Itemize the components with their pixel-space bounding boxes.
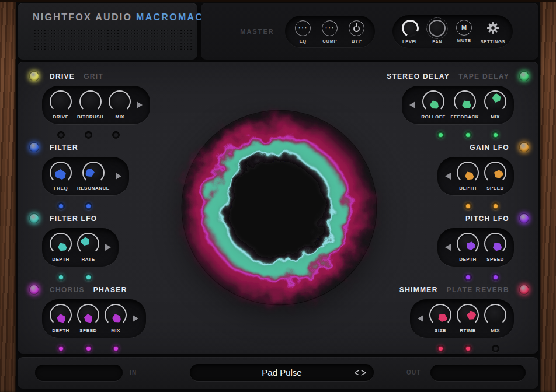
tab-drive[interactable]: DRIVE	[50, 72, 75, 80]
filter-freq-knob[interactable]	[50, 162, 72, 184]
stereo-delay-feedback-knob[interactable]	[454, 90, 476, 113]
shimmer-rtime-label: RTIME	[460, 328, 475, 333]
chorus-phaser-power-led[interactable]	[29, 285, 39, 295]
chorus-phaser-mix-knob[interactable]	[105, 304, 127, 326]
gear-icon	[484, 20, 501, 37]
filter-indicator-row	[57, 202, 92, 210]
knob-pointer-icon	[73, 229, 104, 260]
drive-bitcrush-label: BITCRUSH	[77, 114, 103, 120]
level-label: LEVEL	[402, 39, 418, 44]
wood-panel-right	[540, 0, 556, 392]
wood-panel-left	[0, 0, 16, 392]
knob-pointer-icon	[76, 303, 101, 328]
chorus-phaser-expand-icon[interactable]	[133, 315, 138, 322]
mute-button[interactable]: MMUTE	[454, 20, 475, 43]
section-shimmer: SHIMMERPLATE REVERBSIZERTIMEMIX	[382, 279, 529, 350]
preset-next-icon[interactable]: >	[361, 367, 366, 377]
pan-knob[interactable]: PAN	[427, 20, 448, 44]
filter-lfo-expand-icon[interactable]	[105, 244, 111, 251]
eq-button[interactable]: ···EQ	[293, 20, 314, 44]
chorus-phaser-speed-knob[interactable]	[77, 304, 99, 326]
gain-lfo-depth-knob[interactable]	[457, 162, 479, 184]
shimmer-mix-label: MIX	[491, 328, 500, 333]
drive-mix-knob[interactable]	[109, 90, 131, 113]
master-label: MASTER	[240, 28, 274, 35]
byp-button[interactable]: BYP	[346, 20, 367, 44]
pitch-lfo-speed-knob[interactable]	[484, 233, 506, 255]
shimmer-expand-icon[interactable]	[418, 315, 423, 322]
stereo-delay-knob-group: ROLLOFFFEEDBACKMIX	[402, 86, 514, 124]
tab-shimmer[interactable]: SHIMMER	[399, 286, 438, 294]
pitch-lfo-depth-knob[interactable]	[457, 233, 479, 255]
settings-label: SETTINGS	[481, 39, 505, 44]
shimmer-rtime-knob[interactable]	[457, 304, 479, 326]
tab-phaser[interactable]: PHASER	[93, 286, 127, 294]
drive-indicator-row	[57, 131, 120, 139]
chorus-phaser-depth-knob[interactable]	[50, 304, 72, 326]
comp-label: COMP	[322, 38, 337, 44]
knob-pointer-icon	[453, 229, 483, 259]
knob-pointer-icon	[479, 228, 510, 259]
speaker-grille	[33, 29, 193, 50]
knob-ring-icon	[109, 90, 131, 113]
preset-prev-icon[interactable]: <	[354, 367, 359, 377]
tab-plate-reverb[interactable]: PLATE REVERB	[447, 286, 509, 294]
stereo-delay-expand-icon[interactable]	[409, 102, 415, 108]
pitch-lfo-depth-label: DEPTH	[459, 257, 477, 262]
stereo-delay-rolloff-knob[interactable]	[422, 90, 444, 113]
gain-lfo-indicator-row	[464, 202, 499, 210]
filter-freq-label: FREQ	[54, 186, 68, 191]
visualizer-ring	[182, 111, 376, 304]
gain-lfo-expand-icon[interactable]	[445, 173, 451, 180]
filter-power-led[interactable]	[29, 142, 39, 152]
filter-lfo-depth-knob[interactable]	[50, 233, 72, 255]
comp-button[interactable]: ···COMP	[319, 20, 340, 44]
filter-lfo-rate-knob[interactable]	[77, 233, 99, 255]
pitch-lfo-expand-icon[interactable]	[445, 244, 451, 251]
settings-button[interactable]: SETTINGS	[481, 20, 505, 44]
drive-indicator-3	[112, 131, 120, 139]
dots-icon: ···	[325, 26, 335, 29]
knob-pointer-icon	[50, 162, 72, 184]
eq-label: EQ	[300, 38, 307, 44]
tab-grit[interactable]: GRIT	[84, 72, 103, 80]
gain-lfo-indicator-1	[464, 202, 472, 210]
filter-expand-icon[interactable]	[116, 173, 121, 180]
drive-power-led[interactable]	[29, 71, 39, 81]
gain-lfo-power-led[interactable]	[519, 142, 529, 152]
gain-lfo-title-row: GAIN LFO	[470, 142, 529, 152]
knob-pointer-icon	[419, 88, 448, 116]
shimmer-indicator-1	[437, 345, 444, 352]
tab-filter-lfo[interactable]: FILTER LFO	[50, 215, 97, 223]
gain-lfo-speed-knob[interactable]	[484, 162, 506, 184]
dots-icon: ···	[295, 20, 311, 36]
drive-bitcrush-knob[interactable]	[79, 90, 102, 113]
section-filter: FILTERFREQRESONANCE	[29, 136, 176, 208]
chorus-phaser-indicator-row	[57, 345, 120, 352]
shimmer-power-led[interactable]	[519, 285, 529, 295]
filter-resonance-knob[interactable]	[82, 162, 105, 184]
visualizer-orb	[182, 111, 376, 304]
tab-filter[interactable]: FILTER	[50, 144, 78, 152]
tab-chorus[interactable]: CHORUS	[50, 286, 85, 294]
drive-drive-label: DRIVE	[53, 114, 69, 120]
shimmer-size-knob[interactable]	[429, 304, 451, 326]
gain-lfo-knob-group: DEPTHSPEED	[437, 157, 514, 195]
stereo-delay-mix-knob[interactable]	[484, 90, 506, 113]
level-knob[interactable]: LEVEL	[400, 20, 421, 44]
master-panel: MASTER ···EQ···COMPBYP LEVELPANMMUTESETT…	[201, 3, 538, 60]
stereo-delay-power-led[interactable]	[519, 71, 529, 81]
filter-lfo-power-led[interactable]	[29, 214, 39, 223]
drive-expand-icon[interactable]	[137, 102, 143, 108]
tab-gain-lfo[interactable]: GAIN LFO	[470, 144, 509, 152]
pitch-lfo-power-led[interactable]	[519, 214, 529, 223]
drive-tabs: DRIVEGRIT	[50, 72, 103, 80]
tab-tape-delay[interactable]: TAPE DELAY	[458, 72, 509, 80]
tab-stereo-delay[interactable]: STEREO DELAY	[387, 72, 450, 80]
drive-drive-knob[interactable]	[50, 90, 72, 113]
tab-pitch-lfo[interactable]: PITCH LFO	[465, 215, 509, 223]
pan-label: PAN	[432, 39, 442, 44]
pitch-lfo-title-row: PITCH LFO	[465, 214, 529, 223]
shimmer-mix-knob[interactable]	[484, 304, 506, 326]
preset-display[interactable]: Pad Pulse < >	[190, 364, 374, 381]
